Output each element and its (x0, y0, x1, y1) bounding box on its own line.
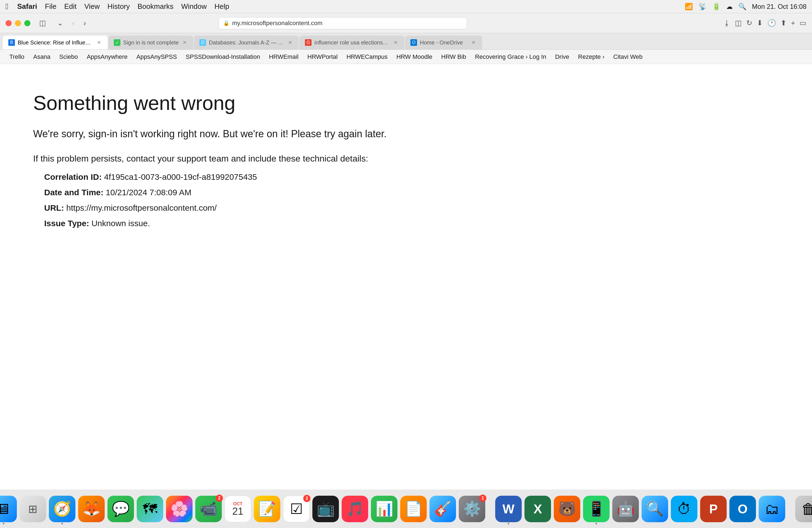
dock-clockify[interactable]: ⏱ (671, 496, 697, 522)
upload-icon[interactable]: ⬆ (781, 19, 787, 27)
bookmark-appsanywhere[interactable]: AppsAnywhere (83, 52, 131, 62)
tab-close-1[interactable]: ✕ (96, 39, 102, 46)
dock-dot-word (508, 523, 509, 524)
dock-dot-finder (3, 523, 4, 524)
tab-close-2[interactable]: ✕ (182, 39, 188, 46)
tab-5[interactable]: O Home - OneDrive ✕ (405, 35, 482, 49)
close-button[interactable] (5, 20, 12, 26)
sidebar-chevron[interactable]: ⌄ (55, 18, 66, 28)
dock-outlook[interactable]: O (729, 496, 756, 522)
bookmark-sciebo[interactable]: Sciebo (56, 52, 82, 62)
apple-menu[interactable]:  (5, 2, 8, 11)
share-icon[interactable]: ⭳ (723, 19, 730, 27)
tab-favicon-2: ✓ (114, 39, 120, 46)
tab-close-5[interactable]: ✕ (470, 39, 477, 46)
download-icon[interactable]: ⬇ (757, 19, 763, 27)
dock-calendar[interactable]: OCT 21 (224, 496, 251, 522)
outlook-icon: O (738, 501, 748, 516)
reader-icon[interactable]: ◫ (735, 19, 742, 27)
dock-notes[interactable]: 📝 (254, 496, 280, 522)
menu-help[interactable]: Help (215, 2, 229, 11)
tab-close-4[interactable]: ✕ (392, 39, 399, 46)
minimize-button[interactable] (15, 20, 21, 26)
dock-instruments[interactable]: 🎸 (430, 496, 456, 522)
bookmark-hrwbib[interactable]: HRW Bib (437, 52, 470, 62)
dock-maps[interactable]: 🗺 (137, 496, 163, 522)
reload-icon[interactable]: ↻ (746, 19, 752, 27)
tab-3[interactable]: D Databases: Journals A-Z — DigiBib ✕ (194, 35, 299, 49)
bookmark-asana[interactable]: Asana (29, 52, 54, 62)
dock-pages[interactable]: 📄 (400, 496, 427, 522)
history-icon[interactable]: 🕐 (767, 19, 776, 27)
dock-facetime[interactable]: 📹 2 (195, 496, 222, 522)
dock-excel[interactable]: X (524, 496, 551, 522)
safari-icon: 🧭 (53, 500, 71, 517)
dock-reminders[interactable]: ☑ 2 (283, 496, 309, 522)
menu-history[interactable]: History (107, 2, 130, 11)
wifi-icon[interactable]: 📡 (698, 3, 707, 11)
dock-bear[interactable]: 🐻 (554, 496, 580, 522)
finder2-icon: 🗂 (765, 501, 779, 517)
bookmark-drive[interactable]: Drive (551, 52, 573, 62)
dock-word[interactable]: W (495, 496, 522, 522)
address-bar[interactable]: 🔒 my.microsoftpersonalcontent.com (218, 17, 467, 29)
forward-button[interactable]: › (81, 18, 88, 29)
dock-firefox[interactable]: 🦊 (78, 496, 105, 522)
tab-title-4: influencer role usa elections - Google S… (314, 40, 390, 46)
menu-edit[interactable]: Edit (64, 2, 76, 11)
issue-value: Unknown issue. (91, 219, 150, 228)
dock-android[interactable]: 🤖 (612, 496, 639, 522)
bookmark-citavi[interactable]: Citavi Web (609, 52, 646, 62)
bookmark-hrwecampus[interactable]: HRWECampus (343, 52, 391, 62)
bookmark-appsanyspss[interactable]: AppsAnySPSS (133, 52, 181, 62)
dock-finder[interactable]: 🖥 (0, 496, 17, 522)
search-icon[interactable]: 🔍 (738, 3, 746, 11)
dock-launchpad[interactable]: ⊞ (19, 496, 46, 522)
dock-numbers[interactable]: 📊 (371, 496, 397, 522)
signal-icon[interactable]: 📶 (685, 3, 693, 11)
wifi2-icon[interactable]: ☁ (726, 3, 733, 11)
dock-music[interactable]: 🎵 (342, 496, 368, 522)
menu-window[interactable]: Window (181, 2, 207, 11)
bookmark-hrwemail[interactable]: HRWEmail (265, 52, 302, 62)
bookmark-hrwportal[interactable]: HRWPortal (304, 52, 342, 62)
dock-proxyman[interactable]: 🔍 (642, 496, 668, 522)
bookmark-recovering-grace[interactable]: Recovering Grace › Log In (471, 52, 550, 62)
clock: Mon 21. Oct 16:08 (752, 3, 807, 11)
bookmark-spss[interactable]: SPSSDownload-Installation (182, 52, 264, 62)
tab-4[interactable]: G influencer role usa elections - Google… (300, 35, 404, 49)
safari-toolbar: ◫ ⌄ ‹ › 🔒 my.microsoftpersonalcontent.co… (0, 13, 812, 33)
menu-bookmarks[interactable]: Bookmarks (137, 2, 173, 11)
dock-finder2[interactable]: 🗂 (759, 496, 785, 522)
battery-icon[interactable]: 🔋 (712, 3, 721, 11)
sidebar-toggle[interactable]: ◫ (37, 18, 48, 28)
menu-view[interactable]: View (84, 2, 100, 11)
dock-safari[interactable]: 🧭 (49, 496, 75, 522)
tabs-icon[interactable]: ▭ (800, 19, 807, 27)
correlation-label: Correlation ID: (44, 172, 102, 181)
maximize-button[interactable] (24, 20, 30, 26)
dock-settings[interactable]: ⚙️ 1 (459, 496, 485, 522)
dock-powerpoint[interactable]: P (700, 496, 727, 522)
issue-label: Issue Type: (44, 219, 89, 228)
main-content: Something went wrong We're sorry, sign-i… (0, 64, 812, 489)
menu-file[interactable]: File (45, 2, 57, 11)
dock-trash[interactable]: 🗑 (795, 496, 812, 522)
dock-whatsapp[interactable]: 📱 (583, 496, 610, 522)
reminders-badge: 2 (303, 495, 310, 502)
new-tab-icon[interactable]: + (791, 19, 795, 27)
bookmark-trello[interactable]: Trello (5, 52, 28, 62)
finder-icon: 🖥 (0, 501, 11, 517)
tab-1[interactable]: B Blue Science: Rise of Influencer Cultu… (3, 35, 108, 49)
tab-2[interactable]: ✓ Sign in is not complete ✕ (108, 35, 193, 49)
dock-appletv[interactable]: 📺 (313, 496, 339, 522)
menubar-right: 📶 📡 🔋 ☁ 🔍 Mon 21. Oct 16:08 (685, 3, 807, 11)
app-name[interactable]: Safari (17, 2, 37, 11)
tab-close-3[interactable]: ✕ (287, 39, 293, 46)
facetime-icon: 📹 (200, 500, 218, 517)
bookmark-hrwmoodle[interactable]: HRW Moodle (392, 52, 436, 62)
dock-messages[interactable]: 💬 (107, 496, 134, 522)
bookmark-rezepte[interactable]: Rezepte (574, 52, 608, 62)
dock-photos[interactable]: 🌸 (166, 496, 192, 522)
back-button[interactable]: ‹ (70, 18, 77, 29)
